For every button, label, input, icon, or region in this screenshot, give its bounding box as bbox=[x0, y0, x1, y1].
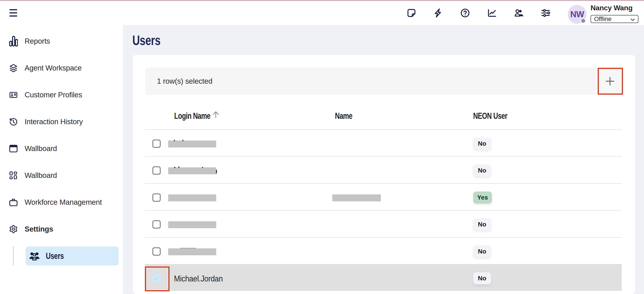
row-checkbox[interactable] bbox=[152, 140, 160, 148]
user-name: Nancy Wang bbox=[590, 4, 632, 12]
redacted-login-bar bbox=[168, 221, 216, 228]
annotation-box-add-button bbox=[598, 68, 623, 95]
users-group-icon bbox=[28, 246, 40, 265]
row-separator bbox=[145, 237, 622, 238]
neon-user-badge: No bbox=[473, 164, 491, 177]
neon-user-badge: Yes bbox=[473, 191, 492, 204]
login-name-cell: Michael.Jordan bbox=[174, 265, 223, 292]
sidebar: Reports Agent Workspace Customer Profile… bbox=[0, 25, 123, 294]
top-header-bar: NW Nancy Wang Offline bbox=[0, 1, 644, 25]
row-separator bbox=[145, 156, 622, 157]
sub-nav-indent-line bbox=[13, 246, 14, 266]
row-checkbox[interactable] bbox=[152, 193, 160, 202]
sidebar-item-agent-workspace[interactable]: Agent Workspace bbox=[0, 59, 123, 77]
sidebar-item-wallboard-grid[interactable]: Wallboard bbox=[0, 166, 123, 184]
redaction-text-remnant bbox=[216, 170, 217, 173]
sidebar-item-users[interactable]: Users bbox=[26, 246, 118, 265]
sidebar-item-users-label: Users bbox=[46, 246, 64, 265]
sort-ascending-icon[interactable] bbox=[212, 111, 220, 119]
neon-user-badge: No bbox=[473, 272, 491, 284]
sidebar-item-label: Customer Profiles bbox=[24, 91, 82, 99]
redaction-text-remnant bbox=[174, 140, 175, 141]
selection-count-text: 1 row(s) selected bbox=[157, 68, 212, 95]
main-content: Users 1 row(s) selected Login Name Name … bbox=[123, 25, 644, 294]
redaction-text-remnant bbox=[202, 167, 203, 168]
contact-card-icon bbox=[9, 90, 18, 100]
row-checkbox[interactable] bbox=[152, 247, 160, 255]
redaction-text-remnant bbox=[180, 248, 196, 248]
sidebar-item-label: Workforce Management bbox=[24, 198, 102, 206]
row-checkbox[interactable] bbox=[152, 220, 160, 228]
sidebar-item-workforce-management[interactable]: Workforce Management bbox=[0, 193, 123, 211]
window-icon bbox=[9, 143, 18, 154]
row-separator bbox=[145, 210, 622, 210]
table-toolbar: 1 row(s) selected bbox=[145, 68, 622, 95]
table-row[interactable]: No bbox=[145, 237, 622, 264]
column-header-login-name[interactable]: Login Name bbox=[174, 111, 210, 121]
redaction-text-remnant bbox=[174, 167, 175, 168]
status-select-value: Offline bbox=[594, 16, 612, 23]
redacted-login-bar bbox=[168, 248, 216, 255]
chevron-down-icon bbox=[630, 16, 635, 23]
sidebar-item-label: Agent Workspace bbox=[24, 64, 82, 72]
status-select[interactable]: Offline bbox=[590, 15, 638, 23]
layers-icon bbox=[9, 63, 18, 73]
lightning-icon[interactable] bbox=[433, 8, 443, 18]
column-header-neon-user[interactable]: NEON User bbox=[473, 111, 507, 121]
sidebar-item-reports[interactable]: Reports bbox=[0, 32, 123, 50]
sidebar-item-customer-profiles[interactable]: Customer Profiles bbox=[0, 86, 123, 104]
redacted-login-bar bbox=[168, 194, 216, 201]
table-row[interactable]: No bbox=[145, 129, 622, 156]
history-icon bbox=[9, 116, 18, 127]
table-row[interactable]: No bbox=[145, 210, 622, 237]
line-chart-icon[interactable] bbox=[487, 8, 497, 18]
sticky-note-icon[interactable] bbox=[406, 8, 416, 18]
people-icon[interactable] bbox=[514, 8, 524, 18]
column-header-name[interactable]: Name bbox=[335, 111, 352, 121]
gear-icon bbox=[9, 224, 18, 234]
annotation-box-selected-checkbox bbox=[145, 266, 170, 291]
sidebar-item-wallboard[interactable]: Wallboard bbox=[0, 140, 123, 158]
sidebar-item-label: Reports bbox=[24, 37, 50, 46]
redaction-text-remnant bbox=[182, 140, 183, 141]
sidebar-item-label: Settings bbox=[24, 225, 53, 233]
sidebar-item-label: Wallboard bbox=[24, 144, 57, 153]
briefcase-icon bbox=[9, 197, 18, 208]
neon-user-badge: No bbox=[473, 245, 491, 257]
neon-user-badge: No bbox=[473, 138, 491, 150]
page-title: Users bbox=[132, 32, 160, 48]
sidebar-item-label: Wallboard bbox=[24, 171, 57, 180]
grid-icon bbox=[9, 170, 18, 181]
table-row-selected[interactable]: Michael.Jordan No bbox=[145, 264, 622, 291]
row-checkbox[interactable] bbox=[152, 166, 160, 174]
table-row[interactable]: No bbox=[145, 156, 622, 183]
sliders-icon[interactable] bbox=[541, 8, 550, 18]
redaction-text-remnant bbox=[178, 166, 179, 168]
redacted-login-bar bbox=[168, 167, 216, 174]
redacted-name-bar bbox=[332, 194, 381, 201]
table-row[interactable]: Yes bbox=[145, 183, 622, 210]
bar-chart-icon bbox=[9, 36, 18, 47]
status-dot bbox=[580, 18, 586, 24]
row-separator bbox=[145, 183, 622, 184]
sidebar-item-interaction-history[interactable]: Interaction History bbox=[0, 113, 123, 131]
sidebar-item-settings[interactable]: Settings bbox=[0, 220, 123, 238]
redacted-login-bar bbox=[168, 141, 216, 147]
neon-user-badge: No bbox=[473, 218, 491, 230]
users-card: 1 row(s) selected Login Name Name NEON U… bbox=[133, 55, 635, 294]
sidebar-item-label: Interaction History bbox=[24, 117, 83, 126]
hamburger-menu-icon[interactable] bbox=[10, 9, 17, 18]
help-icon[interactable] bbox=[460, 8, 470, 18]
